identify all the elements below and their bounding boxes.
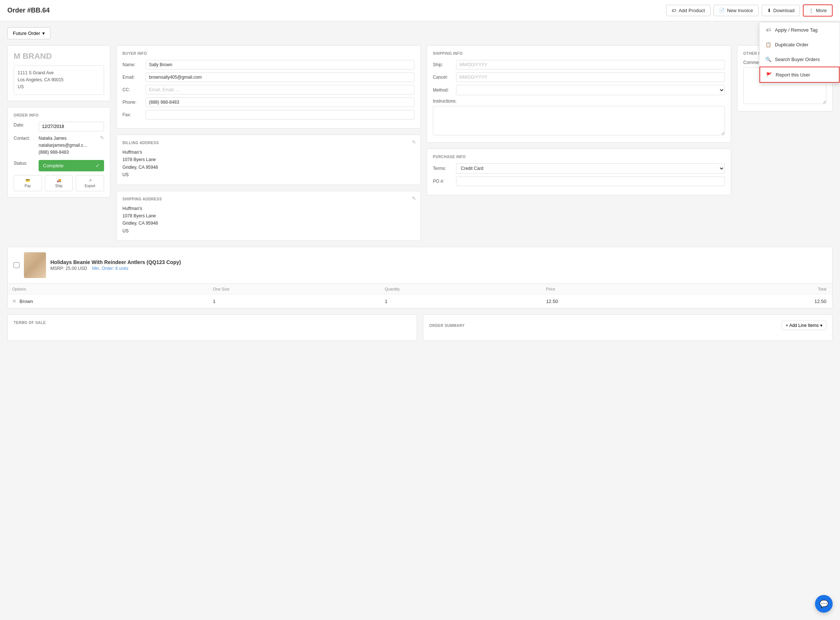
instructions-label: Instructions: [433,98,725,104]
copy-icon: 📋 [765,42,771,47]
buyer-name-input[interactable] [146,60,414,69]
product-header: Holidays Beanie With Reindeer Antlers (Q… [8,247,832,283]
chevron-down-icon: ▾ [42,30,45,36]
terms-card: TERMS OF SALE [8,315,417,341]
method-row: Method: [433,85,725,95]
table-row: ✕ Brown 1 1 12.50 12.50 [8,295,832,308]
brand-card: M BRAND 1111 S Grand Ave Los Angeles, CA… [8,45,110,101]
contact-edit-icon[interactable]: ✎ [100,135,104,140]
table-header-row: Options One Size Quantity Price Total [8,284,832,295]
terms-select[interactable]: Credit Card Net 30 Net 60 COD [456,163,725,173]
product-checkbox[interactable] [14,262,20,268]
buyer-info-card: BUYER INFO Name: Email: CC: Phone: [116,45,421,129]
buyer-email-row: Email: [122,72,414,82]
purchase-info-card: PURCHASE INFO Terms: Credit Card Net 30 … [427,149,731,195]
header: Order #BB.64 🏷 Add Product 📄 New Invoice… [0,0,840,21]
cancel-date-row: Cancel: [433,72,725,82]
status-button[interactable]: Complete ✓ [39,160,104,172]
terms-row: Terms: Credit Card Net 30 Net 60 COD [433,163,725,173]
cancel-date-input[interactable] [456,72,725,82]
ship-date-input[interactable] [456,60,725,69]
dropdown-duplicate-order[interactable]: 📋 Duplicate Order [759,37,840,52]
contact-info: Natalia James nataliarjames@gmail.c... (… [39,135,87,156]
dropdown-search-buyer-orders[interactable]: 🔍 Search Buyer Orders [759,52,840,66]
header-actions: 🏷 Add Product 📄 New Invoice ⬇ Download ⋮… [666,5,832,17]
middle-right-column: SHIPPING INFO Ship: Cancel: Method: Inst [427,45,731,241]
chevron-down-icon: ▾ [820,323,822,328]
export-icon: ↗ [89,178,92,182]
col-one-size: One Size [209,284,380,295]
order-type-selector[interactable]: Future Order ▾ [8,27,50,39]
download-icon: ⬇ [767,8,771,13]
billing-address-card: BILLING ADDRESS ✎ Huffman's 1078 Byers L… [116,135,421,185]
add-product-icon: 🏷 [671,8,676,13]
tag-icon: 🏷 [765,27,771,33]
more-dropdown: 🏷 Apply / Remove Tag 📋 Duplicate Order 🔍… [759,22,840,83]
po-number-input[interactable] [456,176,725,186]
brand-address: 1111 S Grand Ave Los Angeles, CA 90015 U… [14,65,104,95]
ship-icon: 🚚 [57,178,61,182]
bottom-section: TERMS OF SALE ORDER SUMMARY + Add Line I… [8,315,832,341]
more-dots-icon: ⋮ [809,8,813,13]
product-section: Holidays Beanie With Reindeer Antlers (Q… [8,247,832,308]
middle-left-column: BUYER INFO Name: Email: CC: Phone: [116,45,421,241]
buyer-cc-input[interactable] [146,85,414,95]
add-product-button[interactable]: 🏷 Add Product [666,5,711,16]
content-grid: M BRAND 1111 S Grand Ave Los Angeles, CA… [8,45,832,241]
search-icon: 🔍 [765,56,771,62]
left-column: M BRAND 1111 S Grand Ave Los Angeles, CA… [8,45,110,241]
download-button[interactable]: ⬇ Download [762,5,800,16]
flag-icon: 🚩 [766,72,772,78]
buyer-cc-row: CC: [122,85,414,95]
shipping-address-edit-icon[interactable]: ✎ [412,196,416,201]
shipping-info-card: SHIPPING INFO Ship: Cancel: Method: Inst [427,45,731,143]
shipping-method-select[interactable] [456,85,725,95]
page-title: Order #BB.64 [8,7,50,14]
shipping-instructions-input[interactable] [433,106,725,135]
product-table: Options One Size Quantity Price Total ✕ … [8,283,832,308]
buyer-phone-row: Phone: [122,98,414,107]
invoice-icon: 📄 [719,8,725,13]
summary-header: ORDER SUMMARY + Add Line Items ▾ [429,321,826,330]
order-date-row: Date: [14,122,104,131]
shipping-address-card: SHIPPING ADDRESS ✎ Huffman's 1078 Byers … [116,191,421,241]
more-button[interactable]: ⋮ More [803,5,832,17]
pay-button[interactable]: 💳 Pay [14,175,42,191]
main-content: Future Order ▾ 👤 Huffman's M BRAND 1111 … [0,21,840,347]
product-meta: MSRP: 25.00 USD Min. Order: 6 units [50,266,181,271]
order-contact-row: Contact: Natalia James nataliarjames@gma… [14,135,104,156]
product-info: Holidays Beanie With Reindeer Antlers (Q… [50,259,181,271]
product-image [24,252,46,278]
new-invoice-button[interactable]: 📄 New Invoice [714,5,759,16]
buyer-fax-row: Fax: [122,110,414,119]
order-info-card: ORDER INFO Date: Contact: Natalia James … [8,107,110,197]
export-button[interactable]: ↗ Export [76,175,104,191]
buyer-email-input[interactable] [146,72,414,82]
brand-name: M BRAND [14,51,104,61]
col-quantity: Quantity [380,284,542,295]
col-price: Price [542,284,682,295]
dropdown-apply-remove-tag[interactable]: 🏷 Apply / Remove Tag [759,23,840,37]
order-date-input[interactable] [39,122,104,131]
buyer-fax-input[interactable] [146,110,414,119]
shipping-address-text: Huffman's 1078 Byers Lane Gridley, CA 95… [122,205,414,235]
remove-row-button[interactable]: ✕ [12,298,17,304]
pay-icon: 💳 [26,178,30,182]
add-line-items-button[interactable]: + Add Line Items ▾ [781,321,826,330]
top-bar: Future Order ▾ 👤 Huffman's [8,27,832,39]
billing-edit-icon[interactable]: ✎ [412,139,416,145]
po-row: PO #: [433,176,725,186]
buyer-phone-input[interactable] [146,98,414,107]
product-image-placeholder [24,252,46,278]
action-buttons: 💳 Pay 🚚 Ship ↗ Export [14,175,104,191]
col-total: Total [682,284,832,295]
col-options: Options [8,284,209,295]
order-summary-card: ORDER SUMMARY + Add Line Items ▾ [423,315,832,341]
buyer-name-row: Name: [122,60,414,69]
billing-address-text: Huffman's 1078 Byers Lane Gridley, CA 95… [122,149,414,179]
dropdown-report-user[interactable]: 🚩 Report this User [759,66,840,83]
order-status-row: Status: Complete ✓ [14,160,104,172]
ship-button[interactable]: 🚚 Ship [45,175,73,191]
min-order-link[interactable]: Min. Order: 6 units [92,266,128,271]
ship-date-row: Ship: [433,60,725,69]
